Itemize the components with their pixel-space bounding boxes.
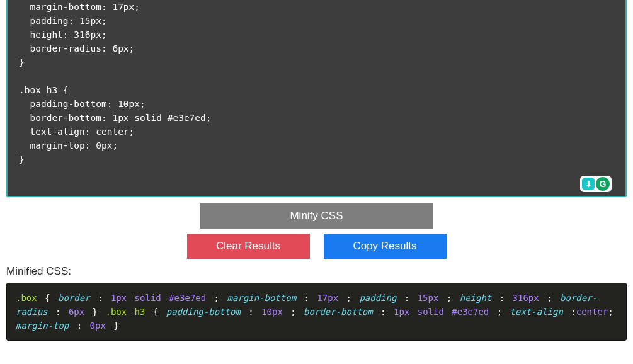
code-token: : [296,293,317,303]
copy-results-button[interactable]: Copy Results [324,234,447,259]
code-token: : [90,293,111,303]
code-token: padding-bottom [166,307,241,317]
code-token: : [69,321,89,331]
primary-button-row: Minify CSS [0,203,633,229]
code-token: : [491,293,512,303]
code-token: 0px [90,321,106,331]
css-input-textarea[interactable] [8,0,625,196]
code-token: margin-bottom [227,293,296,303]
grammarly-icon[interactable]: G [596,177,610,191]
clear-results-button[interactable]: Clear Results [187,234,310,259]
code-token: .box [16,293,37,303]
code-token: ; [489,307,510,317]
code-token: { [145,307,166,317]
code-token: ; [539,293,560,303]
code-token: ; [283,307,304,317]
code-token: ; [608,307,613,317]
code-token: 10px [261,307,283,317]
code-token: 1px solid #e3e7ed [111,293,206,303]
code-token: 15px [418,293,439,303]
code-token: : [241,307,261,317]
code-token: text-align [510,307,563,317]
code-token: center [576,307,608,317]
secondary-button-row: Clear Results Copy Results [0,234,633,259]
minify-button[interactable]: Minify CSS [200,203,433,229]
extension-icon[interactable]: ⬇ [582,178,595,190]
code-token: ; [438,293,459,303]
code-token: .box h3 [105,307,145,317]
code-token: 1px solid #e3e7ed [394,307,489,317]
minified-output[interactable]: .box { border : 1px solid #e3e7ed ; marg… [6,283,627,341]
code-token: : [48,307,69,317]
code-token: : [373,307,394,317]
code-token: margin-top [16,321,69,331]
code-token: } [106,321,119,331]
code-token: 6px [69,307,84,317]
code-token: ; [338,293,359,303]
code-token: ; [206,293,227,303]
code-token: border-bottom [304,307,373,317]
code-token: border [58,293,90,303]
result-label: Minified CSS: [6,265,627,278]
code-token: { [37,293,58,303]
css-input-container: ⬇ G [6,0,627,197]
code-token: padding [359,293,396,303]
code-token: } [84,307,105,317]
code-token: : [396,293,417,303]
code-token: 316px [513,293,539,303]
code-token: height [460,293,492,303]
code-token: : [563,307,576,317]
extension-badges: ⬇ G [580,176,612,192]
code-token: 17px [317,293,338,303]
